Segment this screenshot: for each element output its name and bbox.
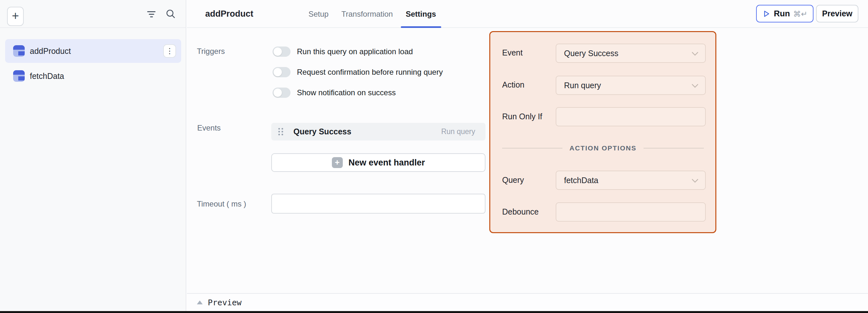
query-editor-header: addProduct Setup Transformation Settings… (187, 0, 868, 28)
run-only-if-label: Run Only If (502, 112, 542, 121)
active-tab-underline (401, 26, 441, 28)
new-event-handler-button[interactable]: + New event handler (271, 153, 486, 172)
plus-icon: + (12, 10, 19, 22)
toggle-switch[interactable] (273, 46, 290, 57)
tab-settings[interactable]: Settings (406, 0, 436, 28)
action-options-label: ACTION OPTIONS (569, 144, 637, 152)
toggle-switch[interactable] (273, 88, 290, 98)
chevron-down-icon (692, 176, 699, 183)
sidebar-item-fetchdata[interactable]: fetchData (5, 64, 181, 88)
toggle-switch[interactable] (273, 67, 290, 77)
tab-setup[interactable]: Setup (308, 0, 329, 28)
drag-handle-icon[interactable] (278, 128, 283, 135)
sidebar-item-addproduct[interactable]: addProduct ⋮ (5, 39, 181, 63)
run-button[interactable]: Run ⌘↵ (756, 5, 813, 23)
action-select-value: Run query (564, 81, 601, 90)
query-icon (13, 70, 25, 82)
query-icon (13, 45, 25, 57)
bottom-edge-strip (0, 311, 868, 313)
filter-icon[interactable] (147, 10, 156, 18)
timeout-input[interactable] (271, 194, 486, 214)
query-item-label: addProduct (30, 46, 71, 56)
action-options-divider: ACTION OPTIONS (502, 144, 704, 152)
event-select[interactable]: Query Success (556, 43, 706, 63)
preview-button[interactable]: Preview (816, 5, 858, 23)
chevron-down-icon (692, 49, 699, 56)
triggers-section-label: Triggers (197, 47, 225, 56)
plus-square-icon: + (332, 157, 343, 168)
chevron-down-icon (692, 81, 699, 88)
run-button-label: Run (774, 9, 790, 19)
query-sidebar: + addProduct ⋮ fetchData (0, 0, 186, 311)
tab-settings-label: Settings (406, 10, 436, 19)
collapse-triangle-icon (197, 301, 203, 304)
toggle-show-notification[interactable]: Show notification on success (273, 88, 396, 98)
toggle-label: Request confirmation before running quer… (297, 68, 443, 76)
search-icon[interactable] (165, 9, 176, 19)
query-item-label: fetchData (30, 71, 64, 81)
debounce-input[interactable] (556, 202, 706, 222)
event-handler-action: Run query (441, 127, 475, 136)
action-select[interactable]: Run query (556, 76, 706, 95)
event-editor-panel: Event Query Success Action Run query Run… (489, 31, 716, 233)
debounce-label: Debounce (502, 207, 539, 216)
query-select-value: fetchData (564, 176, 598, 185)
kebab-menu-button[interactable]: ⋮ (163, 44, 176, 58)
action-field-label: Action (502, 80, 524, 90)
new-event-handler-label: New event handler (348, 158, 425, 168)
tab-transformation[interactable]: Transformation (341, 0, 393, 28)
query-field-label: Query (502, 176, 524, 185)
preview-button-label: Preview (822, 9, 852, 18)
toggle-request-confirmation[interactable]: Request confirmation before running quer… (273, 67, 443, 77)
sidebar-header: + (0, 0, 186, 28)
query-select[interactable]: fetchData (556, 170, 706, 190)
header-actions: Run ⌘↵ Preview (756, 5, 858, 23)
toggle-label: Show notification on success (297, 88, 396, 97)
tab-bar: Setup Transformation Settings (308, 0, 436, 28)
add-query-button[interactable]: + (7, 7, 24, 26)
event-select-value: Query Success (564, 49, 619, 58)
page-title: addProduct (205, 0, 253, 28)
timeout-label: Timeout ( ms ) (197, 199, 246, 209)
toggle-run-on-load[interactable]: Run this query on application load (273, 46, 413, 57)
preview-bar-label: Preview (208, 298, 242, 307)
events-section-label: Events (197, 123, 221, 132)
toggle-label: Run this query on application load (297, 47, 413, 56)
play-icon (762, 10, 771, 18)
event-handler-row[interactable]: Query Success Run query (271, 123, 486, 140)
event-handler-event: Query Success (293, 127, 351, 136)
run-shortcut: ⌘↵ (793, 10, 807, 19)
run-only-if-input[interactable] (556, 107, 706, 126)
preview-collapse-bar[interactable]: Preview (187, 293, 868, 311)
event-field-label: Event (502, 48, 523, 57)
